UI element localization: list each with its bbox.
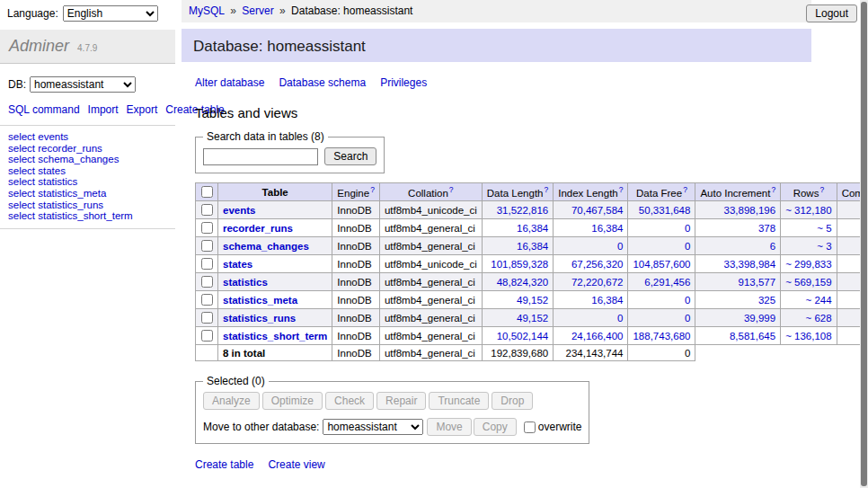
sidebar-action-link[interactable]: SQL command [8, 103, 80, 116]
index-length-link[interactable]: 24,166,400 [571, 331, 624, 342]
sidebar-action-link[interactable]: Export [127, 103, 158, 116]
collation-cell: utf8mb4_general_ci [379, 309, 482, 327]
auto-increment-link[interactable]: 325 [758, 295, 775, 306]
db-select[interactable]: homeassistant [30, 76, 136, 93]
rows-link[interactable]: ~ 628 [806, 313, 832, 324]
data-length-link[interactable]: 31,522,816 [497, 205, 549, 216]
check-button[interactable]: Check [325, 392, 374, 410]
data-free-link[interactable]: 104,857,600 [633, 259, 690, 270]
row-checkbox[interactable] [201, 330, 213, 342]
sidebar-table-link[interactable]: select recorder_runs [8, 143, 102, 154]
index-length-link[interactable]: 0 [617, 241, 623, 252]
rows-link[interactable]: ~ 5 [817, 223, 831, 234]
auto-increment-link[interactable]: 6 [770, 241, 775, 252]
row-checkbox[interactable] [201, 240, 213, 252]
language-select[interactable]: English [63, 5, 158, 22]
data-free-link[interactable]: 0 [685, 223, 690, 234]
table-name-link[interactable]: statistics [223, 277, 268, 288]
row-checkbox[interactable] [201, 204, 213, 216]
column-help-link[interactable]: ? [544, 185, 548, 194]
sidebar-table-link[interactable]: select statistics_short_term [8, 210, 133, 221]
search-button[interactable]: Search [324, 147, 376, 165]
table-name-link[interactable]: recorder_runs [223, 223, 293, 234]
truncate-button[interactable]: Truncate [429, 392, 489, 410]
optimize-button[interactable]: Optimize [262, 392, 323, 410]
column-help-link[interactable]: ? [619, 185, 624, 194]
index-length-link[interactable]: 72,220,672 [571, 277, 624, 288]
rows-link[interactable]: ~ 3 [817, 241, 831, 252]
move-button[interactable]: Move [427, 418, 471, 436]
data-free-link[interactable]: 0 [685, 313, 690, 324]
auto-increment-link[interactable]: 8,581,645 [730, 331, 775, 342]
create-link[interactable]: Create table [195, 458, 253, 471]
column-help-link[interactable]: ? [771, 185, 775, 194]
index-length-link[interactable]: 70,467,584 [571, 205, 624, 216]
auto-increment-link[interactable]: 378 [758, 223, 775, 234]
table-name-link[interactable]: schema_changes [223, 241, 309, 252]
scrollbar-thumb[interactable] [861, 2, 867, 486]
rows-link[interactable]: ~ 569,159 [785, 277, 831, 288]
logout-button[interactable]: Logout [806, 4, 857, 22]
rows-link[interactable]: ~ 299,833 [785, 259, 831, 270]
overwrite-checkbox[interactable] [524, 421, 536, 433]
table-name-link[interactable]: events [223, 205, 255, 216]
breadcrumb-link[interactable]: MySQL [189, 4, 225, 17]
data-length-link[interactable]: 16,384 [517, 241, 548, 252]
auto-increment-link[interactable]: 39,999 [744, 313, 775, 324]
sidebar-table-link[interactable]: select statistics [8, 176, 77, 187]
column-help-link[interactable]: ? [683, 185, 687, 194]
data-free-link[interactable]: 50,331,648 [639, 205, 691, 216]
auto-increment-link[interactable]: 33,398,984 [724, 259, 776, 270]
tables-heading: Tables and views [195, 105, 811, 120]
row-checkbox[interactable] [201, 312, 213, 324]
row-checkbox[interactable] [201, 276, 213, 288]
data-length-link[interactable]: 48,824,320 [497, 277, 549, 288]
repair-button[interactable]: Repair [376, 392, 426, 410]
analyze-button[interactable]: Analyze [203, 392, 260, 410]
copy-button[interactable]: Copy [474, 418, 517, 436]
data-free-link[interactable]: 0 [685, 295, 690, 306]
data-length-link[interactable]: 49,152 [517, 295, 548, 306]
breadcrumb-link[interactable]: Server [242, 4, 273, 17]
data-free-link[interactable]: 6,291,456 [644, 277, 690, 288]
data-length-link[interactable]: 49,152 [517, 313, 548, 324]
select-all-checkbox[interactable] [201, 186, 213, 198]
table-name-link[interactable]: statistics_runs [223, 313, 296, 324]
sidebar-action-link[interactable]: Import [88, 103, 119, 116]
move-db-select[interactable]: homeassistant [323, 419, 423, 435]
index-length-link[interactable]: 67,256,320 [571, 259, 624, 270]
data-free-link[interactable]: 188,743,680 [633, 331, 690, 342]
row-checkbox[interactable] [201, 222, 213, 234]
data-length-link[interactable]: 16,384 [517, 223, 548, 234]
rows-link[interactable]: ~ 244 [806, 295, 832, 306]
create-link[interactable]: Create view [268, 458, 324, 471]
column-help-link[interactable]: ? [819, 185, 824, 194]
db-nav-link[interactable]: Alter database [195, 76, 264, 89]
auto-increment-link[interactable]: 913,577 [739, 277, 776, 288]
data-length-link[interactable]: 10,502,144 [497, 331, 549, 342]
column-help-link[interactable]: ? [449, 185, 454, 194]
table-name-link[interactable]: statistics_meta [223, 295, 297, 306]
drop-button[interactable]: Drop [492, 392, 533, 410]
row-checkbox[interactable] [201, 294, 213, 306]
sidebar-table-link[interactable]: select statistics_runs [8, 200, 103, 210]
index-length-link[interactable]: 0 [617, 313, 623, 324]
table-name-link[interactable]: states [223, 259, 252, 270]
sidebar-table-link[interactable]: select events [8, 131, 68, 142]
search-input[interactable] [203, 148, 318, 165]
sidebar-table-link[interactable]: select schema_changes [8, 154, 119, 164]
db-nav-link[interactable]: Database schema [279, 76, 366, 89]
row-checkbox[interactable] [201, 258, 213, 270]
data-free-link[interactable]: 0 [685, 241, 690, 252]
sidebar-table-link[interactable]: select statistics_meta [8, 188, 106, 199]
auto-increment-link[interactable]: 33,898,196 [724, 205, 776, 216]
sidebar-table-link[interactable]: select states [8, 165, 66, 176]
db-nav-link[interactable]: Privileges [380, 76, 427, 89]
index-length-link[interactable]: 16,384 [591, 295, 623, 306]
rows-link[interactable]: ~ 312,180 [785, 205, 831, 216]
table-name-link[interactable]: statistics_short_term [223, 331, 327, 342]
data-length-link[interactable]: 101,859,328 [491, 259, 548, 270]
rows-link[interactable]: ~ 136,108 [785, 331, 831, 342]
column-help-link[interactable]: ? [370, 185, 375, 194]
index-length-link[interactable]: 16,384 [591, 223, 623, 234]
